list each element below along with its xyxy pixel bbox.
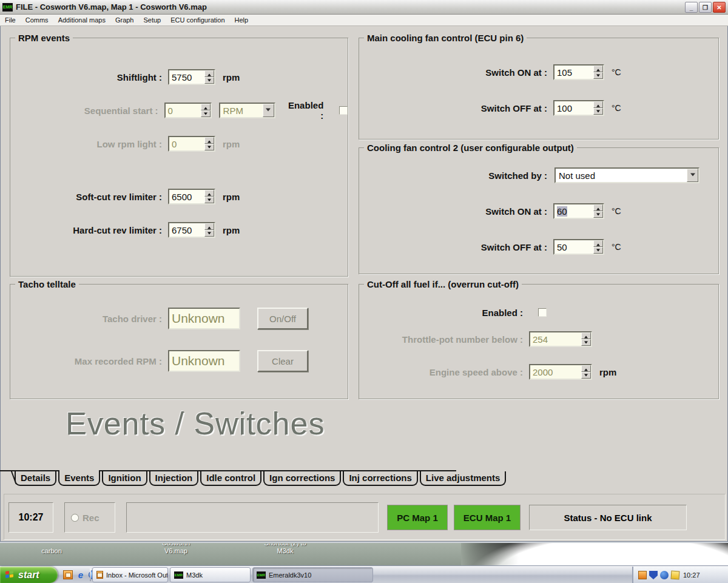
menu-help[interactable]: Help (230, 16, 254, 24)
shiftlight-input[interactable]: 5750 (168, 69, 215, 85)
start-button[interactable]: start (0, 567, 58, 583)
tab-events[interactable]: Events (58, 470, 100, 486)
hard-cut-input[interactable]: 6750 (168, 222, 215, 238)
hard-cut-value[interactable]: 6750 (169, 223, 204, 237)
fan2-on-selected-text[interactable]: 60 (557, 206, 567, 217)
low-rpm-light-spinner[interactable] (204, 137, 214, 150)
spin-up-icon[interactable] (593, 240, 603, 247)
menu-comms[interactable]: Comms (21, 16, 53, 24)
fan1-off-input[interactable]: 100 (553, 100, 604, 116)
tab-injection[interactable]: Injection (149, 471, 199, 486)
sequential-mode-dropdown[interactable]: RPM (219, 103, 275, 118)
fan2-switched-by-dropdown[interactable]: Not used (554, 167, 699, 183)
sequential-enabled-checkbox[interactable] (339, 106, 348, 115)
sequential-start-spinner[interactable] (201, 104, 211, 117)
spin-down-icon[interactable] (581, 339, 591, 346)
tab-ignition[interactable]: Ignition (102, 471, 147, 486)
minimize-button[interactable]: _ (685, 2, 698, 13)
security-shield-icon[interactable] (649, 571, 658, 579)
spin-up-icon[interactable] (204, 70, 214, 77)
throttle-pot-spinner[interactable] (581, 332, 591, 346)
spin-up-icon[interactable] (204, 223, 214, 230)
spin-down-icon[interactable] (201, 110, 211, 117)
engine-speed-input[interactable]: 2000 (529, 364, 592, 380)
low-rpm-light-value[interactable]: 0 (169, 137, 204, 150)
fan1-on-value[interactable]: 105 (554, 66, 593, 79)
taskbar-task-inbox[interactable]: Inbox - Microsoft Out... (92, 567, 168, 582)
tab-ign-corrections[interactable]: Ign corrections (263, 471, 341, 486)
spin-up-icon[interactable] (204, 190, 214, 197)
desktop-icon-carbon[interactable]: carbon (15, 544, 88, 554)
desktop-icon-cosworth-map[interactable]: Cosworth V6.map (140, 544, 212, 554)
fan2-off-value[interactable]: 50 (554, 240, 593, 254)
spin-down-icon[interactable] (204, 77, 214, 84)
fan2-off-spinner[interactable] (593, 240, 603, 254)
tab-idle-control[interactable]: Idle control (200, 471, 261, 486)
sequential-start-input[interactable]: 0 (164, 103, 212, 118)
fan2-on-value[interactable]: 60 (554, 204, 593, 218)
spin-down-icon[interactable] (593, 72, 603, 79)
shiftlight-spinner[interactable] (204, 70, 214, 84)
spin-up-icon[interactable] (201, 104, 211, 110)
pc-map-button[interactable]: PC Map 1 (387, 505, 448, 530)
dropdown-arrow-icon[interactable] (687, 169, 698, 182)
tacho-onoff-button[interactable]: On/Off (257, 308, 308, 329)
spin-down-icon[interactable] (581, 372, 591, 379)
fan1-on-input[interactable]: 105 (553, 64, 604, 80)
menu-ecu-configuration[interactable]: ECU configuration (166, 16, 229, 24)
restore-button[interactable]: ❐ (699, 2, 712, 13)
spin-down-icon[interactable] (593, 211, 603, 218)
fan2-on-input[interactable]: 60 (553, 203, 604, 219)
soft-cut-input[interactable]: 6500 (168, 189, 215, 204)
tab-live-adjustments[interactable]: Live adjustments (420, 471, 507, 486)
volume-tray-icon[interactable] (638, 571, 647, 579)
menu-file[interactable]: File (0, 16, 21, 24)
soft-cut-spinner[interactable] (204, 190, 214, 203)
updates-tray-icon[interactable] (671, 571, 680, 580)
tab-details[interactable]: Details (15, 471, 56, 486)
hard-cut-spinner[interactable] (204, 223, 214, 237)
taskbar-task-emeraldk3v10[interactable]: EMR Emeraldk3v10 (252, 567, 373, 582)
spin-up-icon[interactable] (593, 66, 603, 72)
fan2-on-spinner[interactable] (593, 204, 603, 218)
cutoff-enabled-checkbox[interactable] (538, 308, 547, 317)
soft-cut-value[interactable]: 6500 (169, 190, 204, 203)
spin-up-icon[interactable] (204, 137, 214, 144)
taskbar-task-m3dk[interactable]: EMR M3dk (170, 567, 251, 582)
fan2-switched-by-value[interactable]: Not used (556, 169, 687, 182)
fan1-off-spinner[interactable] (593, 101, 603, 115)
close-button[interactable]: ✕ (713, 2, 726, 13)
spin-down-icon[interactable] (593, 108, 603, 115)
fan1-off-value[interactable]: 100 (554, 101, 593, 115)
spin-down-icon[interactable] (204, 144, 214, 150)
max-rpm-clear-button[interactable]: Clear (257, 350, 308, 372)
tab-inj-corrections[interactable]: Inj corrections (343, 471, 417, 486)
menu-setup[interactable]: Setup (138, 16, 166, 24)
spin-up-icon[interactable] (593, 204, 603, 211)
spin-down-icon[interactable] (204, 230, 214, 237)
spin-up-icon[interactable] (593, 101, 603, 108)
spin-down-icon[interactable] (593, 247, 603, 254)
shiftlight-value[interactable]: 5750 (169, 70, 204, 84)
outlook-quicklaunch-icon[interactable] (63, 570, 73, 579)
ecu-map-button[interactable]: ECU Map 1 (454, 505, 521, 530)
dropdown-arrow-icon[interactable] (263, 104, 274, 117)
low-rpm-light-input[interactable]: 0 (168, 136, 215, 152)
fan2-off-input[interactable]: 50 (553, 239, 604, 255)
spin-up-icon[interactable] (581, 332, 591, 339)
menu-graph[interactable]: Graph (110, 16, 139, 24)
throttle-pot-value[interactable]: 254 (530, 332, 581, 346)
spin-down-icon[interactable] (204, 197, 214, 203)
engine-speed-value[interactable]: 2000 (530, 365, 581, 379)
desktop-icon-m3dk-shortcut[interactable]: Shortcut (2) to M3dk (249, 544, 322, 554)
bluetooth-icon[interactable] (660, 571, 669, 579)
engine-speed-spinner[interactable] (581, 365, 591, 379)
internet-explorer-icon[interactable] (76, 570, 86, 579)
sequential-mode-value[interactable]: RPM (220, 104, 263, 117)
spin-up-icon[interactable] (581, 365, 591, 372)
fan1-on-spinner[interactable] (593, 66, 603, 79)
throttle-pot-input[interactable]: 254 (529, 331, 592, 347)
menu-additional-maps[interactable]: Additional maps (53, 16, 110, 24)
sequential-start-value[interactable]: 0 (166, 104, 201, 117)
rec-radio[interactable] (71, 514, 79, 522)
